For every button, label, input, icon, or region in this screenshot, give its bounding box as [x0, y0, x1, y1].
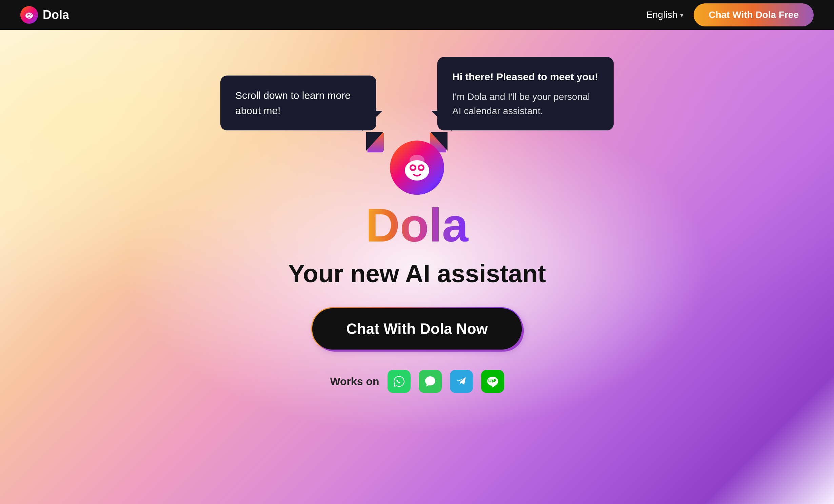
logo-area[interactable]: Dola	[20, 6, 69, 24]
works-on-row: Works on	[330, 370, 504, 393]
logo-text: Dola	[43, 8, 69, 22]
language-label: English	[646, 9, 677, 20]
chat-bubbles-row: Scroll down to learn more about me! Hi t…	[0, 57, 834, 130]
bubble-tail-right	[431, 132, 448, 151]
brand-name: Dola	[365, 202, 468, 249]
logo-icon	[20, 6, 38, 24]
nav-right: English ▾ Chat With Dola Free	[646, 3, 814, 26]
platform-line-icon[interactable]	[481, 370, 504, 393]
svg-point-4	[30, 14, 31, 15]
hero-tagline: Your new AI assistant	[288, 259, 546, 288]
hero-cta-button[interactable]: Chat With Dola Now	[312, 308, 522, 350]
svg-point-3	[27, 14, 28, 15]
svg-point-8	[411, 166, 415, 169]
bubble-greeting: Hi there! Pleased to meet you!	[452, 69, 599, 84]
platform-whatsapp-icon[interactable]	[388, 370, 411, 393]
left-bubble-wrapper: Scroll down to learn more about me!	[220, 76, 376, 130]
nav-cta-button[interactable]: Chat With Dola Free	[694, 3, 814, 26]
platform-imessage-icon[interactable]	[419, 370, 442, 393]
svg-point-0	[25, 13, 33, 19]
right-bubble-wrapper: Hi there! Pleased to meet you! I'm Dola …	[437, 57, 614, 130]
bubble-intro: I'm Dola and I'll be your personal AI ca…	[452, 90, 599, 118]
navbar: Dola English ▾ Chat With Dola Free	[0, 0, 834, 30]
svg-point-10	[410, 155, 424, 166]
dola-logo-svg	[400, 151, 434, 185]
svg-point-9	[419, 166, 423, 169]
chevron-down-icon: ▾	[680, 11, 683, 19]
left-bubble-text: Scroll down to learn more about me!	[235, 90, 351, 116]
hero-section: Scroll down to learn more about me! Hi t…	[0, 30, 834, 504]
left-chat-bubble: Scroll down to learn more about me!	[220, 76, 376, 130]
platform-telegram-icon[interactable]	[450, 370, 473, 393]
bubble-tail-left	[366, 132, 383, 151]
works-on-label: Works on	[330, 375, 379, 388]
right-chat-bubble: Hi there! Pleased to meet you! I'm Dola …	[437, 57, 614, 130]
hero-content: Scroll down to learn more about me! Hi t…	[0, 30, 834, 393]
language-selector[interactable]: English ▾	[646, 9, 683, 20]
